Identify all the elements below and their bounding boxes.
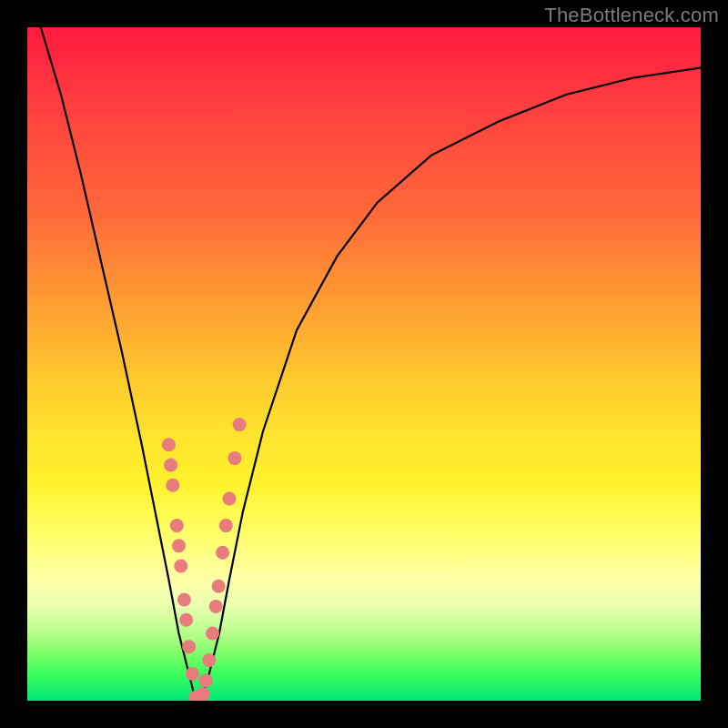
data-point [177, 593, 191, 607]
data-point [172, 539, 186, 552]
data-point [233, 418, 247, 431]
data-point [219, 519, 233, 532]
data-point [179, 613, 193, 627]
data-point [186, 667, 199, 681]
data-point [216, 546, 229, 560]
plot-area [27, 27, 701, 701]
data-point [206, 627, 219, 641]
data-point [223, 492, 237, 506]
data-point [166, 479, 179, 492]
data-point [164, 459, 177, 472]
chart-frame: TheBottleneck.com [0, 0, 728, 728]
data-point [174, 560, 187, 573]
data-point [202, 653, 216, 667]
data-point [162, 438, 176, 451]
data-point [197, 687, 210, 701]
bottleneck-curve [41, 27, 701, 701]
watermark-text: TheBottleneck.com [544, 4, 719, 27]
data-point [199, 673, 213, 687]
data-point [228, 451, 241, 465]
data-point [182, 640, 196, 653]
data-point [212, 580, 226, 593]
data-point [170, 519, 184, 532]
data-point [209, 600, 223, 613]
chart-svg [27, 27, 701, 701]
